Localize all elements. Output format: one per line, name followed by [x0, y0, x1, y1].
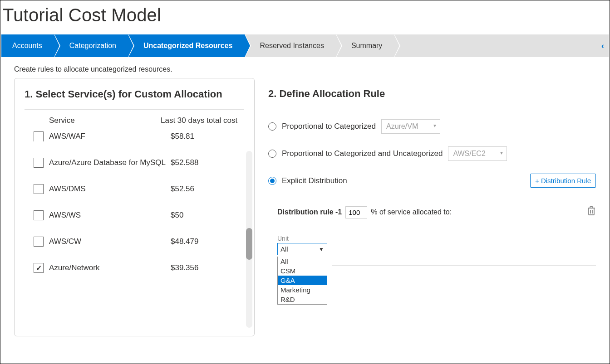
service-cost: $52.56 [171, 184, 244, 194]
panel1-heading: 1. Select Service(s) for Custom Allocati… [15, 88, 254, 109]
service-cost: $39.356 [171, 263, 244, 272]
checkbox[interactable] [34, 210, 44, 220]
radio-proportional-categorized[interactable] [268, 122, 276, 131]
col-header-cost: Last 30 days total cost [161, 116, 244, 125]
unit-option[interactable]: R&D [278, 295, 327, 304]
radio-label: Explicit Distribution [282, 176, 347, 185]
unit-option[interactable]: All [278, 257, 327, 266]
radio-proportional-both[interactable] [268, 150, 276, 158]
unit-select[interactable]: All ▼ [277, 243, 327, 255]
unit-selected-value: All [280, 245, 288, 253]
service-name: AWS/WS [49, 211, 171, 220]
select-services-panel: 1. Select Service(s) for Custom Allocati… [14, 78, 255, 336]
define-rule-panel: 2. Define Allocation Rule Proportional t… [268, 78, 596, 336]
unit-option[interactable]: Marketing [278, 285, 327, 295]
radio-label: Proportional to Categorized [282, 122, 376, 131]
wizard-step-reserved[interactable]: Reserved Instances [245, 34, 336, 57]
service-cost: $52.588 [171, 158, 244, 167]
radio-label: Proportional to Categorized and Uncatego… [282, 149, 443, 158]
rule-divider [332, 265, 596, 266]
unit-option[interactable]: CSM [278, 266, 327, 276]
delete-rule-icon[interactable] [587, 206, 596, 218]
service-cost: $50 [171, 211, 244, 220]
instructions-text: Create rules to allocate uncategorized r… [0, 57, 610, 78]
service-name: Azure/Azure Database for MySQL [49, 158, 171, 167]
service-list[interactable]: AWS/WAF $58.81 Azure/Azure Database for … [15, 131, 254, 313]
chevron-down-icon: ▼ [319, 246, 324, 252]
panel2-heading: 2. Define Allocation Rule [268, 88, 596, 109]
wizard-step-summary[interactable]: Summary [336, 34, 394, 57]
select-proportional-both-service: AWS/EC2 [448, 146, 507, 161]
page-title: Tutorial Cost Model [0, 0, 610, 34]
service-row[interactable]: ✓ Azure/Network $39.356 [15, 255, 254, 281]
checkbox[interactable] [34, 131, 44, 141]
wizard-step-categorization[interactable]: Categorization [54, 34, 128, 57]
service-row[interactable]: Azure/Azure Database for MySQL $52.588 [15, 150, 254, 176]
service-row[interactable]: AWS/CW $48.479 [15, 228, 254, 255]
scrollbar-thumb[interactable] [246, 228, 252, 260]
checkbox[interactable] [34, 237, 44, 247]
service-name: AWS/DMS [49, 184, 171, 194]
svg-rect-0 [589, 208, 594, 215]
service-name: AWS/WAF [49, 132, 171, 141]
service-row[interactable]: AWS/DMS $52.56 [15, 176, 254, 202]
percent-suffix: % of service allocated to: [371, 208, 452, 216]
service-name: Azure/Network [49, 263, 171, 272]
service-cost: $58.81 [171, 132, 244, 141]
radio-explicit[interactable] [268, 177, 276, 185]
distribution-rule-label: Distribution rule -1 [277, 208, 342, 216]
add-distribution-rule-button[interactable]: + Distribution Rule [530, 174, 596, 188]
unit-label: Unit [277, 235, 327, 242]
wizard-step-uncategorized[interactable]: Uncategorized Resources [128, 34, 245, 57]
wizard-collapse-icon[interactable]: ‹ [601, 41, 604, 51]
wizard-step-accounts[interactable]: Accounts [1, 34, 54, 57]
col-header-service: Service [25, 116, 161, 125]
checkbox-checked[interactable]: ✓ [34, 263, 44, 273]
service-row[interactable]: AWS/WAF $58.81 [15, 131, 254, 150]
service-row[interactable]: AWS/WS $50 [15, 202, 254, 228]
service-cost: $48.479 [171, 237, 244, 246]
unit-option[interactable]: G&A [278, 276, 327, 285]
checkbox[interactable] [34, 184, 44, 194]
unit-dropdown: All CSM G&A Marketing R&D [277, 257, 327, 305]
wizard-nav: Accounts Categorization Uncategorized Re… [1, 34, 609, 57]
checkbox[interactable] [34, 158, 44, 168]
service-name: AWS/CW [49, 237, 171, 246]
percent-input[interactable] [345, 206, 367, 218]
select-proportional-service: Azure/VM [381, 119, 440, 134]
